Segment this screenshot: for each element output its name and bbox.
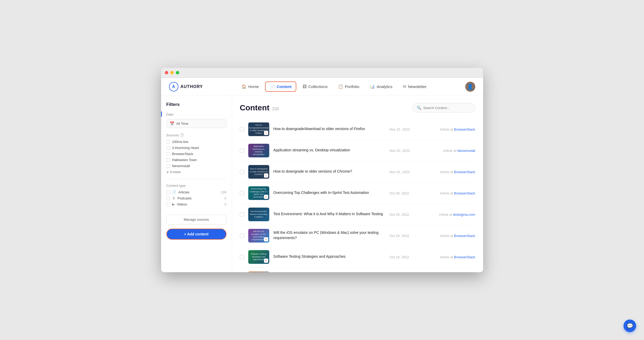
- ct-checkbox-videos[interactable]: [166, 203, 170, 206]
- source-checkbox-100ms[interactable]: [166, 140, 170, 144]
- item-source-7: Article at BrowserStack: [423, 255, 475, 259]
- content-item: Test Environment: What it is And Why It …: [240, 204, 475, 225]
- item-date-7: Oct 16, 2022: [390, 255, 419, 259]
- item-source-6: Article at BrowserStack: [423, 234, 475, 238]
- nav-items: 🏠 Home 📄 Content 🖼 Collections 📋 Portfol…: [203, 81, 465, 92]
- home-icon: 🏠: [241, 84, 247, 89]
- search-icon: 🔍: [417, 106, 421, 110]
- item-thumbnail-1: How to downgrade/download to older versi…: [248, 122, 269, 136]
- item-thumbnail-8: Guide to the top 20 QA metrics that matt…: [248, 271, 269, 272]
- source-item-browserstack[interactable]: BrowserStack: [166, 152, 226, 156]
- date-select[interactable]: 📅 All Time: [166, 119, 226, 128]
- ct-podcasts[interactable]: 🎙 Podcasts 0: [166, 196, 226, 200]
- newsletter-icon: ✉: [403, 84, 406, 89]
- item-checkbox-5[interactable]: [240, 212, 244, 217]
- item-title-7: Software Testing Strategies and Approach…: [273, 254, 386, 259]
- thumb-logo-6: B: [264, 237, 268, 241]
- navbar: A AUTHORY 🏠 Home 📄 Content 🖼 Collections: [161, 78, 483, 96]
- thumb-logo-3: B: [264, 173, 268, 178]
- source-item-halloween-town[interactable]: Halloween Town: [166, 158, 226, 162]
- ct-checkbox-articles[interactable]: [166, 190, 170, 194]
- content-item: Overcoming Top Challenges with In-Sprint…: [240, 183, 475, 204]
- help-icon[interactable]: ?: [180, 133, 184, 137]
- ct-articles[interactable]: 📄 Articles 198: [166, 190, 226, 194]
- search-input[interactable]: [423, 106, 471, 110]
- logo[interactable]: A AUTHORY: [169, 82, 203, 91]
- nav-collections[interactable]: 🖼 Collections: [298, 82, 332, 91]
- item-thumbnail-4: Overcoming Top Challenges with In-Sprint…: [248, 186, 269, 200]
- minimize-dot[interactable]: [170, 71, 174, 74]
- item-source-4: Article at BrowserStack: [423, 191, 475, 195]
- content-item: How to downgrade/download to older versi…: [240, 119, 475, 140]
- content-header: Content 200 🔍: [240, 103, 475, 112]
- filters-title: Filters: [166, 102, 226, 107]
- avatar[interactable]: 👤: [465, 82, 475, 92]
- videos-icon: ▶: [172, 202, 175, 206]
- source-checkbox-humming-heart[interactable]: [166, 146, 170, 150]
- item-info-1: How to downgrade/download to older versi…: [273, 126, 386, 132]
- content-icon: 📄: [270, 84, 275, 89]
- item-info-4: Overcoming Top Challenges with In-Sprint…: [273, 190, 386, 196]
- item-source-3: Article at BrowserStack: [423, 170, 475, 174]
- chat-button[interactable]: 💬: [624, 320, 636, 332]
- source-item-neverinstall[interactable]: Neverinstall: [166, 164, 226, 168]
- item-source-2: Article at Neverinstall: [423, 149, 475, 153]
- content-item: Will the iOS emulator on PC solve testin…: [240, 225, 475, 246]
- item-title-3: How to downgrade to older versions of Ch…: [273, 169, 386, 174]
- logo-text: AUTHORY: [181, 84, 203, 89]
- search-box[interactable]: 🔍: [412, 103, 475, 112]
- app-body: A AUTHORY 🏠 Home 📄 Content 🖼 Collections: [161, 78, 483, 272]
- source-item-humming-heart[interactable]: A Humming Heart: [166, 146, 226, 150]
- item-info-3: How to downgrade to older versions of Ch…: [273, 169, 386, 175]
- item-checkbox-2[interactable]: [240, 148, 244, 153]
- more-sources-link[interactable]: ∨ 4 more: [166, 170, 226, 174]
- add-content-button[interactable]: + Add content: [166, 229, 226, 240]
- maximize-dot[interactable]: [176, 71, 179, 74]
- close-dot[interactable]: [165, 71, 168, 74]
- item-info-7: Software Testing Strategies and Approach…: [273, 254, 386, 260]
- ct-videos[interactable]: ▶ Videos 0: [166, 202, 226, 206]
- item-checkbox-6[interactable]: [240, 234, 244, 238]
- item-checkbox-7[interactable]: [240, 255, 244, 259]
- item-info-2: Application streaming vs. Desktop virtua…: [273, 148, 386, 153]
- item-date-1: Nov 21, 2022: [390, 127, 419, 131]
- content-type-label: Content type: [166, 184, 226, 188]
- main-layout: Filters Date 📅 All Time Sources ?: [161, 96, 483, 272]
- source-checkbox-browserstack[interactable]: [166, 152, 170, 156]
- item-checkbox-4[interactable]: [240, 191, 244, 195]
- nav-home[interactable]: 🏠 Home: [237, 82, 263, 91]
- item-thumbnail-2: Application streaming vs. Desktop virtua…: [248, 144, 269, 157]
- item-thumbnail-6: Will the iOS emulator on PC solve testin…: [248, 229, 269, 243]
- sources-filter-section: Sources ? 100ms.live A Humming Heart Bro…: [166, 133, 226, 174]
- content-type-section: Content type 📄 Articles 198 🎙 Podcasts 0: [166, 184, 226, 206]
- thumb-logo-7: B: [264, 259, 268, 263]
- articles-icon: 📄: [172, 190, 176, 194]
- thumb-logo-4: B: [264, 195, 268, 199]
- item-info-5: Test Environment: What it is And Why It …: [273, 212, 386, 217]
- manage-sources-button[interactable]: Manage sources: [166, 215, 226, 224]
- item-title-5: Test Environment: What it is And Why It …: [273, 212, 386, 217]
- item-date-5: Oct 20, 2022: [390, 213, 419, 217]
- nav-portfolio[interactable]: 📋 Portfolio: [334, 82, 363, 91]
- thumb-logo-1: B: [264, 131, 268, 135]
- source-item-100ms[interactable]: 100ms.live: [166, 140, 226, 144]
- source-checkbox-halloween-town[interactable]: [166, 158, 170, 162]
- item-thumbnail-3: How to downgrade to older versions of Ch…: [248, 165, 269, 179]
- date-filter-label: Date: [166, 112, 226, 116]
- item-date-4: Oct 30, 2022: [390, 191, 419, 195]
- item-date-3: Nov 01, 2022: [390, 170, 419, 174]
- content-count: 200: [272, 107, 279, 111]
- nav-content[interactable]: 📄 Content: [265, 81, 296, 92]
- item-title-1: How to downgrade/download to older versi…: [273, 126, 386, 132]
- content-title-row: Content 200: [240, 103, 279, 112]
- item-checkbox-1[interactable]: [240, 127, 244, 131]
- chevron-down-icon: ∨: [166, 170, 169, 174]
- item-checkbox-3[interactable]: [240, 170, 244, 174]
- nav-newsletter[interactable]: ✉ Newsletter: [399, 82, 431, 91]
- source-checkbox-neverinstall[interactable]: [166, 164, 170, 168]
- item-info-6: Will the iOS emulator on PC (Windows & M…: [273, 230, 386, 241]
- ct-checkbox-podcasts[interactable]: [166, 197, 170, 200]
- content-item: How to downgrade to older versions of Ch…: [240, 161, 475, 183]
- sources-label-row: Sources ?: [166, 133, 226, 137]
- nav-analytics[interactable]: 📊 Analytics: [366, 82, 397, 91]
